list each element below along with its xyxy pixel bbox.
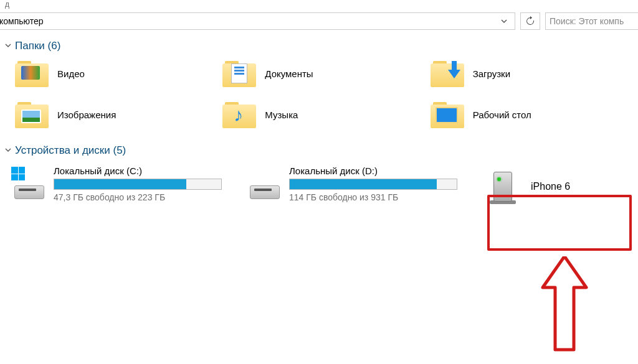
device-label: iPhone 6 <box>531 181 570 192</box>
chevron-down-icon <box>5 146 11 155</box>
folder-label: Документы <box>265 68 313 79</box>
section-drives-header[interactable]: Устройства и диски (5) <box>0 141 638 162</box>
folder-icon <box>431 60 464 87</box>
drive-progress-fill <box>290 179 437 189</box>
drive-free-text: 114 ГБ свободно из 931 ГБ <box>289 192 472 202</box>
folder-label: Изображения <box>57 110 116 120</box>
drive-d[interactable]: Локальный диск (D:) 114 ГБ свободно из 9… <box>248 166 472 202</box>
section-folders-title: Папки (6) <box>15 40 60 52</box>
folder-label: Загрузки <box>473 68 510 79</box>
address-text: компьютер <box>0 16 497 26</box>
drive-free-text: 47,3 ГБ свободно из 223 ГБ <box>54 192 237 202</box>
drive-icon <box>12 166 46 199</box>
folder-pictures[interactable]: Изображения <box>15 101 216 128</box>
folder-icon <box>431 101 464 128</box>
folder-downloads[interactable]: Загрузки <box>431 60 632 87</box>
svg-marker-2 <box>543 256 586 350</box>
folder-label: Музыка <box>265 110 298 120</box>
svg-marker-1 <box>448 70 460 78</box>
section-folders-header[interactable]: Папки (6) <box>0 36 638 57</box>
device-iphone[interactable]: iPhone 6 <box>483 166 588 208</box>
device-tower-icon <box>490 169 518 204</box>
toolbar-row: компьютер Поиск: Этот компь <box>0 9 638 36</box>
download-arrow-icon <box>445 60 463 81</box>
drive-info: Локальный диск (C:) 47,3 ГБ свободно из … <box>54 166 237 202</box>
refresh-button[interactable] <box>520 12 540 30</box>
folder-video[interactable]: Видео <box>15 60 216 87</box>
drives-row: Локальный диск (C:) 47,3 ГБ свободно из … <box>0 162 638 208</box>
folder-icon <box>15 101 49 128</box>
folder-icon: ♪ <box>222 101 256 128</box>
folder-icon <box>222 60 256 87</box>
chevron-down-icon <box>5 42 11 50</box>
svg-rect-0 <box>452 61 457 70</box>
search-placeholder: Поиск: Этот компь <box>550 16 624 26</box>
music-note-icon: ♪ <box>234 106 243 124</box>
address-bar[interactable]: компьютер <box>0 12 515 30</box>
search-input[interactable]: Поиск: Этот компь <box>545 12 638 30</box>
header-fragment: д <box>0 0 638 9</box>
drive-progress <box>54 179 222 190</box>
drive-progress-fill <box>54 179 186 189</box>
drive-name: Локальный диск (D:) <box>289 166 472 176</box>
drive-info: Локальный диск (D:) 114 ГБ свободно из 9… <box>289 166 472 202</box>
section-drives-title: Устройства и диски (5) <box>15 144 126 157</box>
folder-label: Рабочий стол <box>473 110 531 120</box>
folder-documents[interactable]: Документы <box>222 60 424 87</box>
folder-music[interactable]: ♪ Музыка <box>222 101 424 128</box>
folder-desktop[interactable]: Рабочий стол <box>431 101 632 128</box>
drive-progress <box>289 179 457 190</box>
folder-label: Видео <box>57 68 85 79</box>
chevron-down-icon[interactable] <box>497 14 511 28</box>
annotation-arrow-up-icon <box>540 256 589 356</box>
drive-c[interactable]: Локальный диск (C:) 47,3 ГБ свободно из … <box>12 166 237 202</box>
folder-icon <box>15 60 49 87</box>
windows-logo-icon <box>11 167 25 180</box>
folders-grid: Видео Документы Загрузки Изображения ♪ М <box>0 57 638 141</box>
drive-name: Локальный диск (C:) <box>54 166 237 176</box>
drive-icon <box>248 166 282 199</box>
